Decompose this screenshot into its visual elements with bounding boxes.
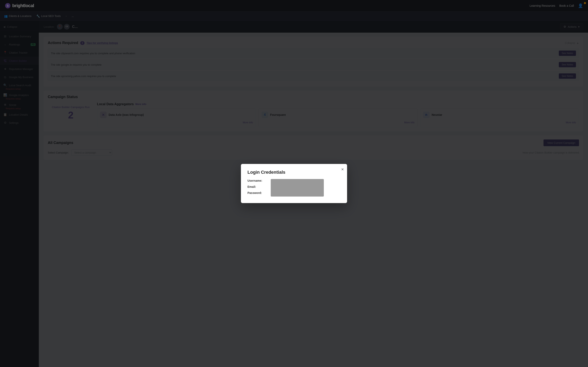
username-label: Username: xyxy=(247,179,266,182)
modal-title: Login Credentials xyxy=(247,170,341,175)
modal-content: Username: Email: Password: xyxy=(247,179,341,197)
modal-labels: Username: Email: Password: xyxy=(247,179,266,197)
password-label: Password: xyxy=(247,191,266,194)
email-label: Email: xyxy=(247,185,266,188)
modal-password-field: Password: xyxy=(247,191,266,194)
modal-email-field: Email: xyxy=(247,185,266,188)
modal-overlay[interactable]: Login Credentials × Username: Email: Pas… xyxy=(0,0,588,367)
modal-close-button[interactable]: × xyxy=(341,167,344,172)
modal-username-field: Username: xyxy=(247,179,266,182)
modal-blurred-credentials xyxy=(271,179,324,197)
login-credentials-modal: Login Credentials × Username: Email: Pas… xyxy=(241,164,347,203)
